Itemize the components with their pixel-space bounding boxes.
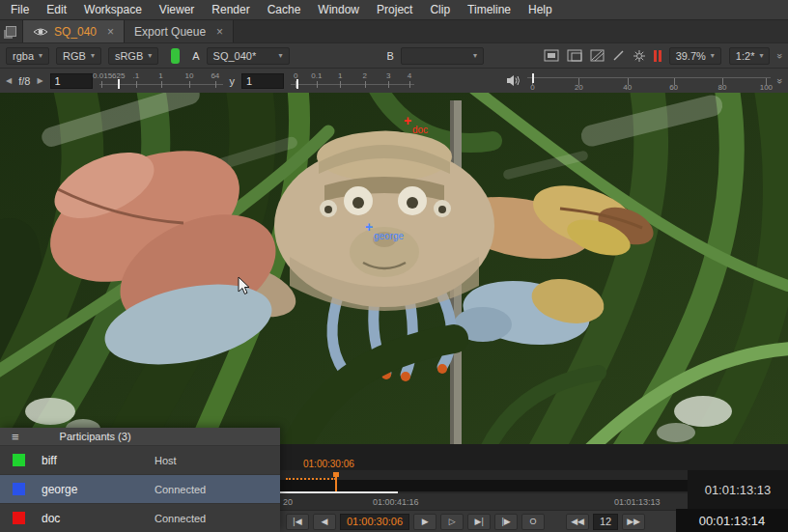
- gain-slider-handle[interactable]: [118, 79, 120, 89]
- gain-display-icon[interactable]: [544, 49, 559, 62]
- viewer-canvas[interactable]: + doc + george: [0, 93, 788, 444]
- step-back-button[interactable]: ◀: [313, 514, 336, 530]
- viewer-toolbar: rgba ▾ RGB ▾ sRGB ▾ A SQ_040* ▾ B ▾: [0, 42, 788, 68]
- skip-to-start-button[interactable]: |◀: [286, 514, 309, 530]
- chevron-down-icon: ▾: [39, 51, 42, 60]
- tab-close-icon[interactable]: ×: [216, 25, 223, 39]
- viewer-marker-george[interactable]: + george: [365, 222, 404, 241]
- fast-rewind-button[interactable]: ◀◀: [566, 514, 589, 530]
- menu-item-timeline[interactable]: Timeline: [459, 1, 520, 18]
- timeline-track[interactable]: [280, 480, 688, 491]
- zoom-value: 39.7%: [676, 50, 706, 62]
- colorspace-dropdown[interactable]: sRGB ▾: [108, 47, 158, 65]
- gamma-tick-label: 2: [363, 71, 367, 80]
- roi-gear-icon[interactable]: [633, 49, 646, 63]
- nuke-studio-window: File Edit Workspace Viewer Render Cache …: [0, 0, 788, 532]
- volume-slider-handle[interactable]: [532, 73, 534, 83]
- menu-bar: File Edit Workspace Viewer Render Cache …: [0, 0, 788, 19]
- menu-item-workspace[interactable]: Workspace: [75, 1, 151, 18]
- volume-slider[interactable]: 0 20 40 60 80 100: [527, 70, 771, 92]
- proxy-value: 1:2*: [736, 50, 755, 62]
- marker-label: doc: [412, 126, 428, 135]
- channels-dropdown[interactable]: rgba ▾: [6, 47, 49, 65]
- fps-display[interactable]: 12: [593, 514, 618, 530]
- panes-icon: [6, 26, 16, 37]
- tab-bar: SQ_040 × Export Queue ×: [0, 19, 788, 42]
- speaker-icon[interactable]: [506, 74, 521, 87]
- volume-tick-label: 60: [669, 83, 678, 92]
- fstop-increase-icon[interactable]: ▶: [37, 76, 42, 85]
- mouse-cursor: [238, 276, 251, 295]
- participant-color-swatch: [13, 512, 25, 524]
- out-timecode-display[interactable]: 01:01:13:13: [688, 470, 788, 510]
- participant-color-swatch: [13, 483, 25, 495]
- menu-item-help[interactable]: Help: [520, 1, 561, 18]
- chevron-down-icon: ▾: [759, 51, 763, 60]
- timeline-ruler: 20 01:00:41:16 01:01:13:13: [280, 493, 688, 510]
- hamburger-menu-icon[interactable]: ≡: [12, 430, 19, 444]
- participant-row-biff[interactable]: biff Host: [0, 445, 280, 474]
- gain-tick-label: 10: [185, 71, 194, 80]
- play-button[interactable]: ▶: [413, 514, 436, 530]
- input-b-label: B: [387, 50, 394, 62]
- participant-row-doc[interactable]: doc Connected: [0, 503, 280, 532]
- skip-to-end-button[interactable]: |▶: [494, 514, 518, 530]
- frame-overlay-icon[interactable]: [567, 49, 582, 62]
- pane-menu-button[interactable]: [0, 20, 23, 42]
- menu-item-viewer[interactable]: Viewer: [151, 1, 203, 18]
- wipe-icon[interactable]: [612, 49, 625, 62]
- display-mode-dropdown[interactable]: RGB ▾: [56, 47, 101, 65]
- tab-close-icon[interactable]: ×: [107, 25, 114, 39]
- menu-item-cache[interactable]: Cache: [259, 1, 310, 18]
- timeline-section: 01:00:30:06 20 01:00:41:16 01:01:13:13 0…: [280, 444, 788, 532]
- collapse-chevrons-icon[interactable]: »: [774, 53, 785, 58]
- duration-timecode-display[interactable]: 00:01:13:14: [676, 509, 788, 532]
- viewer-marker-doc[interactable]: + doc: [404, 116, 428, 135]
- checkerboard-icon[interactable]: [590, 49, 605, 62]
- gain-tick-label: 1: [158, 71, 162, 80]
- gamma-slider[interactable]: 0 0.1 1 2 3 4: [291, 70, 414, 92]
- loop-mode-button[interactable]: O: [521, 514, 545, 530]
- fast-forward-button[interactable]: ▶▶: [622, 514, 645, 530]
- input-a-dropdown[interactable]: SQ_040* ▾: [207, 47, 290, 65]
- menu-item-edit[interactable]: Edit: [38, 1, 75, 18]
- menu-item-window[interactable]: Window: [309, 1, 368, 18]
- gain-slider[interactable]: 0.015625 .1 1 10 64: [99, 70, 223, 92]
- gamma-slider-handle[interactable]: [296, 79, 298, 89]
- pause-render-icon[interactable]: [654, 50, 661, 62]
- input-a-value: SQ_040*: [213, 50, 257, 62]
- participants-title: Participants (3): [60, 431, 131, 442]
- menu-item-render[interactable]: Render: [203, 1, 258, 18]
- participants-header: ≡ Participants (3): [0, 428, 280, 445]
- fstop-decrease-icon[interactable]: ◀: [6, 76, 12, 85]
- playhead[interactable]: [335, 474, 337, 491]
- current-timecode-field[interactable]: 01:00:30:06: [340, 514, 409, 530]
- play-pause-button[interactable]: ▷: [440, 514, 464, 530]
- participant-name: george: [42, 483, 77, 496]
- next-frame-button[interactable]: ▶|: [467, 514, 491, 530]
- viewer-image: [0, 93, 788, 444]
- input-a-label: A: [192, 50, 199, 62]
- cached-frames-indicator: [286, 478, 336, 480]
- status-indicator: [171, 48, 180, 64]
- tab-label: Export Queue: [134, 25, 206, 39]
- participant-row-george[interactable]: george Connected: [0, 474, 280, 503]
- input-b-dropdown[interactable]: ▾: [401, 47, 484, 65]
- tab-export-queue[interactable]: Export Queue ×: [125, 20, 234, 42]
- collapse-chevrons-icon[interactable]: »: [774, 78, 785, 83]
- proxy-dropdown[interactable]: 1:2* ▾: [729, 47, 771, 65]
- gain-input[interactable]: [50, 73, 93, 89]
- gain-tick-label: 0.015625: [93, 71, 125, 80]
- gamma-input[interactable]: [241, 73, 284, 89]
- ruler-tick-label: 01:01:13:13: [614, 497, 661, 507]
- menu-item-clip[interactable]: Clip: [421, 1, 459, 18]
- menu-item-project[interactable]: Project: [368, 1, 421, 18]
- tab-viewer-sq040[interactable]: SQ_040 ×: [23, 20, 125, 42]
- channels-value: rgba: [13, 50, 34, 62]
- menu-item-file[interactable]: File: [2, 1, 38, 18]
- zoom-dropdown[interactable]: 39.7% ▾: [669, 47, 721, 65]
- gamma-tick-label: 4: [408, 71, 411, 80]
- volume-tick-label: 40: [623, 83, 632, 92]
- participant-status: Connected: [155, 484, 206, 495]
- timeline-header-strip: [280, 444, 788, 470]
